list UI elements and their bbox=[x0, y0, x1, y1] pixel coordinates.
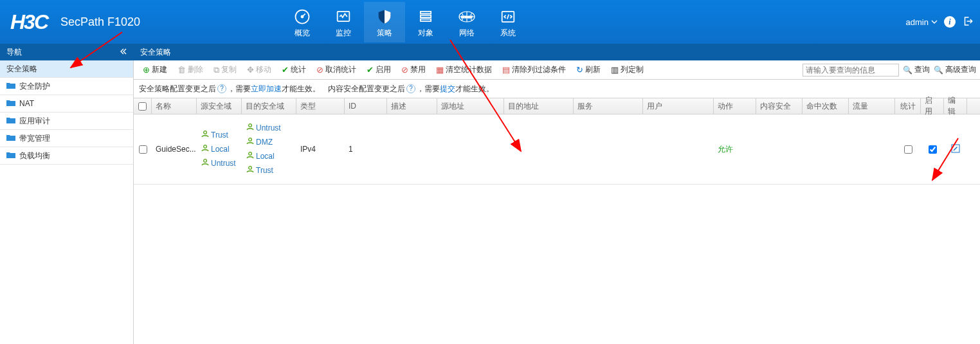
svg-rect-3 bbox=[421, 11, 431, 13]
th-desc[interactable]: 描述 bbox=[387, 98, 437, 114]
enable-button[interactable]: ✔启用 bbox=[361, 60, 396, 80]
plus-icon: ⊕ bbox=[143, 65, 150, 75]
cell-srczone: Trust Local Untrust bbox=[197, 121, 242, 177]
zone-icon bbox=[246, 149, 255, 163]
clear-filter-button[interactable]: ▤清除列过滤条件 bbox=[497, 60, 571, 80]
sidebar-item-security-policy[interactable]: 安全策略 bbox=[0, 60, 133, 78]
th-checkbox bbox=[134, 98, 152, 114]
toolbar: ⊕新建 🗑删除 ⧉复制 ✥移动 ✔统计 ⊘取消统计 ✔启用 ⊘禁用 ▦清空统计数… bbox=[134, 60, 980, 80]
disable-button[interactable]: ⊘禁用 bbox=[396, 60, 431, 80]
th-saddr[interactable]: 源地址 bbox=[437, 98, 504, 114]
th-hits[interactable]: 命中次数 bbox=[803, 98, 849, 114]
btn-label: 新建 bbox=[152, 64, 167, 75]
cell-id: 1 bbox=[345, 121, 387, 177]
stats-checkbox[interactable] bbox=[904, 145, 912, 154]
accelerate-link[interactable]: 立即加速 bbox=[251, 84, 282, 95]
topnav-policy[interactable]: 策略 bbox=[364, 2, 405, 42]
svg-point-11 bbox=[204, 145, 207, 149]
sidebar-item-security-protect[interactable]: 安全防护 bbox=[0, 78, 133, 95]
th-stats[interactable]: 统计 bbox=[895, 98, 921, 114]
topnav-label: 策略 bbox=[364, 28, 405, 39]
hint-text: 才能生效。 内容安全配置变更之后 bbox=[282, 84, 405, 95]
th-content[interactable]: 内容安全 bbox=[756, 98, 803, 114]
zone-icon bbox=[201, 142, 210, 156]
topnav-monitor[interactable]: 监控 bbox=[323, 2, 364, 42]
th-user[interactable]: 用户 bbox=[643, 98, 714, 114]
search-icon: 🔍 bbox=[903, 66, 912, 75]
folder-icon bbox=[6, 116, 15, 126]
columns-icon: ▥ bbox=[611, 65, 619, 75]
th-enable[interactable]: 启用 bbox=[921, 98, 944, 114]
th-action[interactable]: 动作 bbox=[714, 98, 756, 114]
sidebar-item-label: 安全策略 bbox=[6, 64, 37, 75]
stats-button[interactable]: ✔统计 bbox=[277, 60, 311, 80]
collapse-icon[interactable] bbox=[120, 48, 127, 57]
topnav-object[interactable]: 对象 bbox=[405, 2, 446, 42]
th-traffic[interactable]: 流量 bbox=[849, 98, 895, 114]
th-svc[interactable]: 服务 bbox=[574, 98, 643, 114]
refresh-icon: ↻ bbox=[576, 65, 583, 75]
topnav-label: 概览 bbox=[282, 28, 323, 39]
submit-link[interactable]: 提交 bbox=[440, 84, 455, 95]
breadcrumb-bar: 安全策略 bbox=[134, 44, 980, 60]
topnav-label: 网络 bbox=[446, 28, 487, 39]
cell-type: IPv4 bbox=[296, 121, 345, 177]
th-id[interactable]: ID bbox=[345, 98, 387, 114]
select-all-checkbox[interactable] bbox=[138, 102, 147, 111]
th-name[interactable]: 名称 bbox=[152, 98, 197, 114]
zone-label: Untrust bbox=[211, 156, 236, 170]
refresh-button[interactable]: ↻刷新 bbox=[571, 60, 606, 80]
move-button[interactable]: ✥移动 bbox=[242, 60, 277, 80]
subheader: 导航 安全策略 bbox=[0, 44, 980, 60]
cell-action: 允许 bbox=[714, 121, 756, 177]
topnav-label: 系统 bbox=[487, 28, 529, 39]
folder-icon bbox=[6, 134, 15, 143]
copy-button[interactable]: ⧉复制 bbox=[208, 60, 242, 80]
logout-icon[interactable] bbox=[962, 15, 974, 29]
zone-label: DMZ bbox=[256, 135, 273, 149]
zone-icon bbox=[246, 135, 255, 149]
sidebar-item-nat[interactable]: NAT bbox=[0, 95, 133, 113]
help-icon[interactable]: ? bbox=[406, 84, 415, 93]
th-srczone[interactable]: 源安全域 bbox=[197, 98, 242, 114]
clear-icon: ▦ bbox=[436, 65, 444, 75]
cell-dstzone: Untrust DMZ Local Trust bbox=[242, 121, 296, 177]
btn-label: 移动 bbox=[256, 64, 271, 75]
sidebar-item-app-audit[interactable]: 应用审计 bbox=[0, 113, 133, 130]
cell-svc bbox=[574, 121, 643, 177]
enable-checkbox[interactable] bbox=[929, 145, 937, 154]
sidebar-item-load-balance[interactable]: 负载均衡 bbox=[0, 147, 133, 165]
check-icon: ✔ bbox=[282, 65, 289, 75]
svg-rect-4 bbox=[421, 15, 431, 17]
columns-button[interactable]: ▥列定制 bbox=[606, 60, 649, 80]
info-icon[interactable]: i bbox=[944, 16, 956, 28]
new-button[interactable]: ⊕新建 bbox=[138, 60, 172, 80]
cell-desc bbox=[387, 121, 437, 177]
edit-icon[interactable] bbox=[951, 144, 960, 155]
user-menu[interactable]: admin bbox=[906, 17, 938, 27]
globe-icon: INTERNET bbox=[446, 7, 487, 26]
cell-traffic bbox=[849, 121, 895, 177]
th-daddr[interactable]: 目的地址 bbox=[504, 98, 574, 114]
topnav-network[interactable]: INTERNET 网络 bbox=[446, 2, 487, 42]
th-dstzone[interactable]: 目的安全域 bbox=[242, 98, 296, 114]
topnav-overview[interactable]: 概览 bbox=[282, 2, 323, 42]
folder-icon bbox=[6, 82, 15, 91]
zone-icon bbox=[201, 156, 210, 170]
help-icon[interactable]: ? bbox=[217, 84, 226, 93]
query-button[interactable]: 🔍查询 bbox=[903, 64, 930, 75]
clear-stats-button[interactable]: ▦清空统计数据 bbox=[431, 60, 497, 80]
unstats-button[interactable]: ⊘取消统计 bbox=[311, 60, 361, 80]
delete-button[interactable]: 🗑删除 bbox=[172, 60, 208, 80]
search-input[interactable] bbox=[803, 64, 899, 77]
th-type[interactable]: 类型 bbox=[296, 98, 345, 114]
sidebar-item-bandwidth[interactable]: 带宽管理 bbox=[0, 130, 133, 147]
hint-text: 安全策略配置变更之后 bbox=[139, 84, 216, 95]
svg-point-13 bbox=[249, 124, 252, 127]
row-checkbox[interactable] bbox=[139, 145, 147, 154]
btn-label: 查询 bbox=[914, 64, 930, 75]
th-edit[interactable]: 编辑 bbox=[944, 98, 967, 114]
topnav-system[interactable]: 系统 bbox=[487, 2, 529, 42]
btn-label: 复制 bbox=[221, 64, 237, 75]
adv-query-button[interactable]: 🔍高级查询 bbox=[934, 64, 976, 75]
